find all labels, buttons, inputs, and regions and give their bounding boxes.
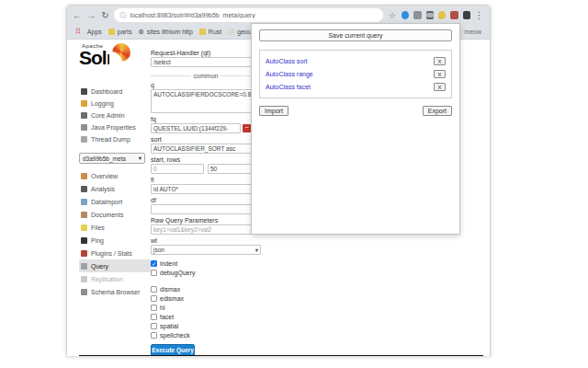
hl-checkbox-row: hl: [151, 303, 261, 312]
sidebar-item-schema-browser[interactable]: Schema Browser: [79, 285, 151, 298]
df-input[interactable]: [151, 204, 261, 214]
back-icon[interactable]: ←: [73, 11, 82, 20]
wt-selected-value: json: [153, 247, 164, 253]
sort-input[interactable]: AUTOCLASSIFIER_SORT asc: [151, 144, 261, 154]
hl-checkbox[interactable]: [151, 305, 157, 311]
debugquery-checkbox[interactable]: [151, 270, 157, 276]
extension-icon-4[interactable]: [438, 11, 446, 19]
sidebar-item-label: Schema Browser: [91, 289, 140, 295]
extension-icon-3[interactable]: [426, 11, 434, 19]
browser-menu-icon[interactable]: ⋮: [475, 11, 484, 20]
delete-query-button[interactable]: X: [434, 70, 446, 78]
extension-icon-5[interactable]: [450, 11, 458, 19]
common-section-legend[interactable]: common: [151, 73, 261, 79]
sidebar-item-query[interactable]: Query: [79, 259, 151, 272]
profile-icon[interactable]: [463, 11, 470, 19]
url-bar[interactable]: ⓘ localhost:8983/solr/#/d3a99b5b_meta/qu…: [114, 8, 382, 22]
facet-checkbox-row: facet: [151, 312, 261, 321]
sidebar-item-thread-dump[interactable]: Thread Dump: [79, 133, 151, 145]
import-button[interactable]: Import: [259, 106, 288, 116]
sidebar-item-dataimport[interactable]: Dataimport: [79, 195, 151, 208]
q-label: q: [151, 82, 261, 88]
replication-icon: [81, 276, 87, 282]
bookmark-item[interactable]: geou: [228, 29, 252, 35]
bookmark-item[interactable]: Rust: [199, 29, 221, 35]
core-selector-dropdown[interactable]: d3a99b5b_meta ▾: [79, 153, 145, 164]
spellcheck-checkbox[interactable]: [151, 332, 157, 339]
sidebar-item-documents[interactable]: Documents: [79, 208, 151, 221]
start-input[interactable]: 0: [151, 164, 204, 174]
analysis-icon: [81, 186, 87, 192]
sidebar-item-java-properties[interactable]: Java Properties: [79, 121, 151, 133]
sidebar-item-core-admin[interactable]: Core Admin: [79, 109, 151, 121]
fq-remove-button[interactable]: −: [243, 124, 251, 132]
sidebar-item-analysis[interactable]: Analysis: [79, 182, 151, 195]
ping-icon: [81, 237, 87, 244]
schema-browser-icon: [81, 289, 87, 295]
raw-query-params-input[interactable]: key1=val1&key2=val2: [151, 224, 261, 235]
apps-grid-icon[interactable]: ⠿: [75, 29, 81, 36]
dismax-checkbox[interactable]: [151, 286, 157, 293]
fl-label: fl: [151, 177, 261, 183]
logging-icon: [81, 100, 87, 107]
delete-query-button[interactable]: X: [434, 57, 446, 65]
extension-icon-1[interactable]: [401, 11, 409, 19]
edismax-checkbox-row: edismax: [151, 293, 261, 303]
forward-icon[interactable]: →: [86, 11, 96, 20]
saved-query-row: AutoClass facet X: [260, 80, 451, 93]
plugins-stats-icon: [81, 250, 87, 257]
overview-icon: [81, 173, 87, 179]
saved-query-link[interactable]: AutoClass range: [266, 71, 313, 77]
core-selector-value: d3a99b5b_meta: [83, 155, 126, 162]
bookmark-star-icon[interactable]: ☆: [388, 11, 397, 20]
q-textarea[interactable]: AUTOCLASSIFIERDOCSCORE=0.8:1: [151, 89, 261, 113]
sidebar-item-logging[interactable]: Logging: [79, 98, 151, 109]
extension-icon-2[interactable]: [413, 11, 421, 19]
sidebar-item-ping[interactable]: Ping: [79, 234, 151, 247]
reload-icon[interactable]: ↻: [100, 11, 109, 20]
indent-checkbox[interactable]: [151, 260, 157, 267]
facet-checkbox[interactable]: [151, 314, 157, 320]
delete-query-button[interactable]: X: [434, 83, 446, 91]
saved-query-link[interactable]: AutoClass facet: [266, 84, 311, 90]
bookmark-label: geou: [237, 29, 252, 35]
sidebar-item-overview[interactable]: Overview: [79, 169, 151, 182]
query-icon: [81, 263, 87, 270]
bookmark-apps[interactable]: Apps: [87, 29, 102, 35]
dismax-checkbox-row: dismax: [151, 284, 261, 293]
indent-checkbox-row: indent: [151, 259, 261, 268]
sidebar-item-replication[interactable]: Replication: [79, 272, 151, 285]
saved-query-link[interactable]: AutoClass sort: [266, 58, 308, 64]
save-current-query-button[interactable]: Save current query: [259, 29, 452, 41]
bookmark-favicon: [108, 29, 115, 35]
saved-query-list: AutoClass sort X AutoClass range X AutoC…: [259, 50, 452, 98]
start-rows-label: start, rows: [151, 156, 261, 163]
sidebar-item-plugins-stats[interactable]: Plugins / Stats: [79, 247, 151, 259]
indent-label: indent: [160, 260, 177, 267]
sidebar-item-files[interactable]: Files: [79, 221, 151, 234]
sidebar-item-label: Java Properties: [91, 124, 136, 131]
fl-input[interactable]: id AUTO*: [151, 184, 261, 194]
sidebar-item-label: Overview: [91, 173, 118, 179]
bookmark-item[interactable]: ⚙ sites lithium http: [138, 29, 192, 35]
wt-select[interactable]: json ▾: [151, 245, 261, 255]
edismax-checkbox[interactable]: [151, 295, 157, 302]
export-button[interactable]: Export: [423, 106, 452, 116]
request-handler-input[interactable]: /select: [151, 57, 261, 67]
saved-query-row: AutoClass range X: [260, 67, 451, 80]
documents-icon: [81, 212, 87, 218]
bookmark-item[interactable]: parts: [108, 29, 132, 35]
dashboard-icon: [81, 88, 87, 95]
sidebar-item-label: Thread Dump: [91, 136, 130, 143]
spatial-checkbox[interactable]: [151, 323, 157, 329]
bookmark-item-right[interactable]: meow: [464, 29, 481, 35]
site-info-icon[interactable]: ⓘ: [119, 11, 126, 20]
spellcheck-checkbox-row: spellcheck: [151, 330, 261, 339]
sidebar-item-label: Files: [91, 224, 105, 231]
fq-input[interactable]: QUESTEL.UUID:(1344f229-: [151, 123, 241, 133]
edismax-label: edismax: [160, 295, 184, 302]
sort-label: sort: [151, 136, 261, 143]
sidebar-item-dashboard[interactable]: Dashboard: [79, 86, 151, 98]
solr-logo: Apache Solr: [79, 43, 151, 80]
sidebar-item-label: Dataimport: [91, 199, 122, 205]
